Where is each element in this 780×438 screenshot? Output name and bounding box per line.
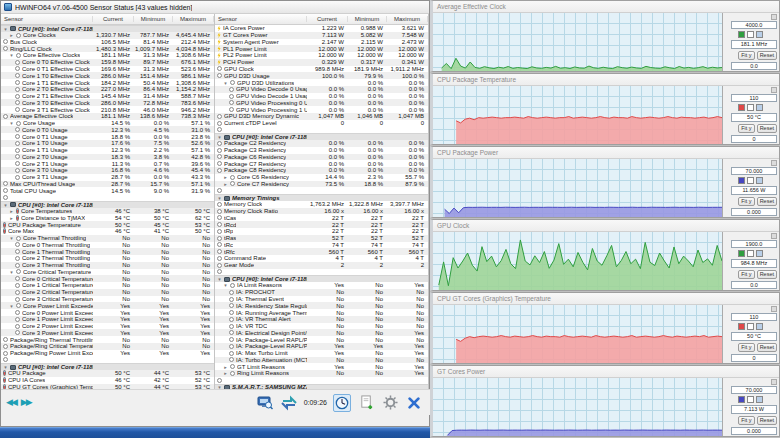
background-color-swatch[interactable]: [747, 250, 754, 257]
sensor-row[interactable]: GPU D3D Usage100.0 %79.9 %100.0 %: [215, 72, 428, 79]
window-titlebar[interactable]: HWiNFO64 v7.06-4500 Sensor Status [43 va…: [1, 1, 429, 14]
series-color-swatch[interactable]: [738, 31, 745, 38]
col-maximum[interactable]: Maximum: [173, 16, 214, 22]
col-sensor[interactable]: Sensor: [215, 16, 307, 22]
sync-arrows-icon[interactable]: [280, 394, 298, 412]
clock-toggle-button[interactable]: [333, 394, 351, 412]
sensor-row[interactable]: Gear Mode222: [215, 262, 428, 269]
background-color-swatch[interactable]: [747, 396, 754, 403]
sensor-row[interactable]: IA: Package-Level RAPL/PBM PL1NoNoNo: [215, 336, 428, 343]
expand-arrow-icon[interactable]: ▸: [9, 208, 14, 214]
grid-color-swatch[interactable]: [756, 177, 763, 184]
col-sensor[interactable]: Sensor: [1, 16, 93, 22]
panel-handle-square[interactable]: [771, 233, 777, 239]
sensor-row[interactable]: Core 1 Critical TemperatureNoNoNo: [1, 282, 214, 289]
settings-gear-icon[interactable]: [381, 394, 399, 412]
sensor-row[interactable]: ▾Core Power Limit ExceededYesYesYes: [1, 302, 214, 309]
scale-max-input[interactable]: 110: [731, 313, 777, 321]
series-color-swatch[interactable]: [738, 177, 745, 184]
sensor-row[interactable]: IA: Turbo Attenuation (MCT)NoNoNo: [215, 357, 428, 364]
sensor-row[interactable]: PL1 Power Limit12.000 W12.000 W12.000 W: [215, 45, 428, 52]
sensor-row[interactable]: Package/Ring Power Limit ExceededYesYesY…: [1, 350, 214, 357]
scale-min-input[interactable]: 0.000: [731, 208, 777, 216]
expand-arrow-icon[interactable]: ▸: [223, 364, 228, 370]
sensor-row[interactable]: Bus Clock106.5 MHz81.4 MHz212.4 MHz: [1, 39, 214, 46]
sensor-row[interactable]: PCH Power0.329 W0.317 W0.341 W: [215, 59, 428, 66]
collapse-arrow-icon[interactable]: ▾: [217, 276, 222, 282]
reset-button[interactable]: Reset: [757, 270, 777, 279]
series-color-swatch[interactable]: [738, 396, 745, 403]
sensor-row[interactable]: Max CPU/Thread Usage28.7 %15.7 %57.1 %: [1, 181, 214, 188]
collapse-arrow-icon[interactable]: ▾: [223, 282, 228, 288]
reset-button[interactable]: Reset: [757, 51, 777, 60]
sensor-row[interactable]: GPU Clock989.8 MHz181.9 MHz1,911.2 MHz: [215, 66, 428, 73]
sensor-row[interactable]: IA Cores Power1.223 W0.988 W3.621 W: [215, 25, 428, 32]
collapse-arrow-icon[interactable]: ▾: [223, 80, 228, 86]
scale-max-input[interactable]: 70.000: [731, 167, 777, 175]
fit-y-button[interactable]: Fit y: [738, 124, 754, 133]
collapse-arrow-icon[interactable]: ▾: [3, 26, 8, 32]
close-icon[interactable]: [405, 394, 423, 412]
col-maximum[interactable]: Maximum: [387, 16, 428, 22]
sensor-row[interactable]: Core 3 T0 Usage16.8 %4.6 %45.4 %: [1, 167, 214, 174]
sensor-row[interactable]: IA: Electrical Design Point/Other (ICC..…: [215, 329, 428, 336]
series-color-swatch[interactable]: [738, 250, 745, 257]
sensor-row[interactable]: tRcd22 T22 T22 T: [215, 221, 428, 228]
sensor-row[interactable]: GT Cores Power7.113 W5.082 W7.548 W: [215, 32, 428, 39]
scale-min-input[interactable]: 0.000: [731, 427, 777, 435]
panel-handle-square[interactable]: [771, 160, 777, 166]
sensor-row[interactable]: Package C2 Residency0.0 %0.0 %0.0 %: [215, 140, 428, 147]
sensor-row[interactable]: IA: PROCHOTNoNoNo: [215, 289, 428, 296]
sensor-row[interactable]: ▸Core Clocks1,330.7 MHz787.7 MHz4,645.4 …: [1, 32, 214, 39]
sensor-row[interactable]: ▸Core C6 Residency14.4 %2.3 %55.7 %: [215, 174, 428, 181]
sensor-row[interactable]: Core 3 Critical TemperatureNoNoNo: [1, 296, 214, 303]
collapse-arrow-icon[interactable]: ▾: [217, 134, 222, 140]
monitor-search-icon[interactable]: [256, 394, 274, 412]
background-color-swatch[interactable]: [747, 31, 754, 38]
scale-min-input[interactable]: 0.0: [731, 62, 777, 70]
collapse-arrow-icon[interactable]: ▾: [3, 364, 8, 370]
scale-max-input[interactable]: 110: [731, 94, 777, 102]
sensor-row[interactable]: tRc74 T74 T74 T: [215, 242, 428, 249]
sensor-row[interactable]: IA: VR TDCNoNoNo: [215, 323, 428, 330]
scale-min-input[interactable]: 0: [731, 135, 777, 143]
windows-taskbar-strip[interactable]: [0, 427, 430, 438]
sensor-row[interactable]: IA: Running Average Thermal LimitNoNoNo: [215, 309, 428, 316]
col-minimum[interactable]: Minimum: [134, 16, 173, 22]
sensor-row[interactable]: GPU Video Decode 1 Usage0.0 %0.0 %0.0 %: [215, 93, 428, 100]
panel-handle-square[interactable]: [771, 306, 777, 312]
sensor-section-row[interactable]: ▾CPU [#0]: Intel Core i7-1185G7: DTS: [1, 201, 214, 208]
sensor-row[interactable]: tCas22 T22 T22 T: [215, 214, 428, 221]
sensor-row[interactable]: CPU Package50 °C44 °C53 °C: [1, 370, 214, 377]
sensor-row[interactable]: Command Rate4 T4 T4 T: [215, 255, 428, 262]
sensor-row[interactable]: GPU D3D Memory Dynamic1,047 MB1,046 MB1,…: [215, 113, 428, 120]
expand-arrow-icon[interactable]: ▸: [223, 370, 228, 376]
col-minimum[interactable]: Minimum: [348, 16, 387, 22]
scale-min-input[interactable]: 0: [731, 354, 777, 362]
sensor-row[interactable]: Core 2 Critical TemperatureNoNoNo: [1, 289, 214, 296]
expand-arrow-icon[interactable]: ▸: [223, 174, 228, 180]
sensor-row[interactable]: Average Effective Clock181.1 MHz138.6 MH…: [1, 113, 214, 120]
column-header-mid[interactable]: Sensor Current Minimum Maximum: [215, 14, 428, 25]
sensor-row[interactable]: GPU Video Processing 1 Usage0.0 %0.0 %0.…: [215, 106, 428, 113]
collapse-arrow-icon[interactable]: ▾: [217, 195, 222, 201]
reset-button[interactable]: Reset: [757, 197, 777, 206]
sensor-section-row[interactable]: ▾CPU [#0]: Intel Core i7-1185G7: Enha...: [1, 363, 214, 370]
sensor-row[interactable]: ▸Ring Limit ReasonsNoNoYes: [215, 370, 428, 377]
sensor-row[interactable]: Package C8 Residency0.0 %0.0 %0.0 %: [215, 167, 428, 174]
sensor-row[interactable]: Core 1 Thermal ThrottlingNoNoNo: [1, 248, 214, 255]
sensor-row[interactable]: Core 2 Power Limit ExceededYesYesYes: [1, 323, 214, 330]
sensor-row[interactable]: PL2 Power Limit12.000 W12.000 W12.000 W: [215, 52, 428, 59]
sensor-row[interactable]: Core 0 Power Limit ExceededYesYesYes: [1, 309, 214, 316]
sensor-row[interactable]: IA: Residency State RegulationNoNoNo: [215, 302, 428, 309]
sensor-row[interactable]: Core 0 T1 Effective Clock169.6 MHz31.3 M…: [1, 66, 214, 73]
fit-y-button[interactable]: Fit y: [738, 270, 754, 279]
grid-color-swatch[interactable]: [756, 323, 763, 330]
sensor-row[interactable]: Core 1 T1 Usage12.3 %2.2 %57.1 %: [1, 147, 214, 154]
reset-button[interactable]: Reset: [757, 416, 777, 425]
collapse-arrow-icon[interactable]: ▾: [9, 52, 14, 58]
sensor-row[interactable]: System Agent Power2.147 W2.115 W2.473 W: [215, 39, 428, 46]
scale-max-input[interactable]: 4000.0: [731, 21, 777, 29]
sensor-row[interactable]: Core 0 Critical TemperatureNoNoNo: [1, 275, 214, 282]
expand-arrow-icon[interactable]: ▸: [223, 181, 228, 187]
